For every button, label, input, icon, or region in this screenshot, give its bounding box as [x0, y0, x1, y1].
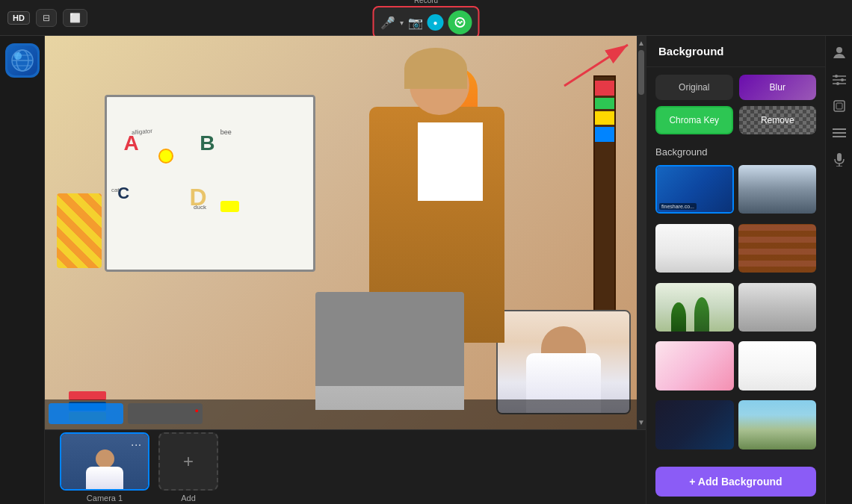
app-globe-icon [10, 49, 34, 72]
bg-thumb-nature[interactable] [655, 283, 734, 332]
panel-title: Background [646, 36, 825, 67]
record-button[interactable] [448, 10, 472, 34]
stripe-decoration [57, 193, 102, 268]
record-wave-icon [454, 16, 466, 28]
bg-thumb-modern-room[interactable] [738, 165, 817, 214]
camera-1-label: Camera 1 [87, 494, 123, 503]
webcam-status-icon: ● [427, 14, 444, 31]
display-button[interactable]: ⬜ [63, 9, 87, 27]
bg-thumb-office2[interactable] [738, 283, 817, 332]
record-label: Record [414, 0, 438, 4]
whiteboard: A alligator B bee C cat D duck [105, 95, 315, 272]
add-plus-icon: + [183, 451, 194, 472]
hamburger-menu-icon[interactable] [829, 122, 850, 143]
teacher-shirt [418, 122, 483, 201]
camera-button[interactable]: 📷 [408, 16, 423, 30]
bg-chroma-button[interactable]: Chroma Key [655, 106, 733, 134]
thumb-options-dots[interactable]: ··· [131, 438, 142, 450]
mic-icon: 🎤 [380, 16, 395, 30]
add-label: Add [181, 494, 196, 503]
record-area: Record 🎤 ▾ 📷 ● [373, 0, 480, 39]
silhouette-body [86, 467, 123, 489]
toolbar: HD ⊟ ⬜ Record 🎤 ▾ 📷 ● [0, 0, 852, 36]
video-main: A alligator B bee C cat D duck [45, 36, 646, 429]
add-camera-button[interactable]: + [158, 432, 218, 491]
bg-thumbnails-grid: fineshare.co... [646, 161, 825, 459]
camera-1-thumb[interactable]: ··· [60, 432, 149, 491]
bg-blur-button[interactable]: Blur [739, 75, 817, 100]
layers-icon[interactable] [829, 96, 850, 116]
user-profile-icon[interactable] [829, 42, 850, 63]
video-area: A alligator B bee C cat D duck [45, 36, 646, 504]
add-camera-container: + Add [158, 432, 218, 503]
scrollbar-thumb[interactable] [638, 50, 644, 95]
pip-person-bg [498, 311, 629, 413]
bg-original-button[interactable]: Original [655, 75, 733, 100]
video-scrollbar[interactable]: ▲ ▼ [637, 36, 646, 429]
bee-drawing [158, 149, 173, 164]
board-letter-b: B [200, 131, 214, 155]
text-cat: cat [111, 187, 120, 193]
duck-drawing [220, 201, 239, 212]
bg-thumb-brick[interactable] [738, 224, 817, 273]
mic-button[interactable]: 🎤 [380, 16, 395, 30]
laptop [315, 292, 464, 410]
silhouette-head [96, 449, 114, 468]
svg-rect-16 [834, 101, 845, 111]
svg-point-9 [836, 47, 842, 53]
text-duck: duck [194, 204, 206, 211]
svg-rect-17 [836, 103, 842, 109]
bg-thumb-white-room[interactable] [655, 224, 734, 273]
bg-thumb-dark[interactable] [655, 400, 734, 449]
scroll-down-arrow[interactable]: ▼ [638, 418, 645, 426]
scroll-up-arrow[interactable]: ▲ [638, 39, 645, 47]
timeline-thumb-1[interactable] [49, 403, 123, 424]
bg-thumb-pink[interactable] [655, 341, 734, 390]
bg-thumb-minimal[interactable] [738, 341, 817, 390]
text-alligator: alligator [132, 127, 153, 135]
right-panel: Background Original Blur Chroma Key Remo… [646, 36, 825, 504]
bg-thumb-blue-office[interactable]: fineshare.co... [655, 165, 734, 214]
toolbar-left: HD ⊟ ⬜ [7, 9, 87, 27]
filmstrip: ··· Camera 1 + Add [45, 429, 646, 504]
text-bee: bee [220, 128, 232, 136]
camera-1-container: ··· Camera 1 [60, 432, 149, 503]
bg-filter-options: Original Blur Chroma Key Remove [646, 67, 825, 142]
bg-remove-button[interactable]: Remove [739, 106, 817, 134]
settings-button[interactable]: ⊟ [36, 9, 57, 27]
pip-camera [496, 310, 631, 414]
app-logo [5, 43, 40, 78]
mic-dropdown-arrow[interactable]: ▾ [400, 19, 404, 27]
app-logo-inner [7, 46, 37, 75]
bg-section-label: Background [646, 142, 825, 161]
display-icon: ⬜ [70, 13, 81, 23]
main-content: A alligator B bee C cat D duck [0, 36, 852, 504]
teacher-hair [404, 48, 467, 89]
svg-point-8 [14, 52, 22, 60]
sliders-icon: ⊟ [43, 13, 50, 23]
mic-side-icon[interactable] [829, 149, 850, 170]
left-sidebar [0, 36, 45, 504]
record-controls: 🎤 ▾ 📷 ● [373, 6, 480, 39]
svg-point-0 [456, 18, 465, 27]
bg-thumb-outdoor[interactable] [738, 400, 817, 449]
far-right-sidebar [825, 36, 852, 504]
timeline-thumb-2[interactable]: ● [128, 403, 203, 424]
hd-badge: HD [7, 11, 30, 25]
add-background-button[interactable]: + Add Background [655, 467, 816, 497]
camera-icon: 📷 [408, 16, 423, 29]
adjust-icon[interactable] [829, 69, 850, 90]
svg-rect-21 [837, 153, 842, 161]
bookshelf [593, 75, 616, 311]
